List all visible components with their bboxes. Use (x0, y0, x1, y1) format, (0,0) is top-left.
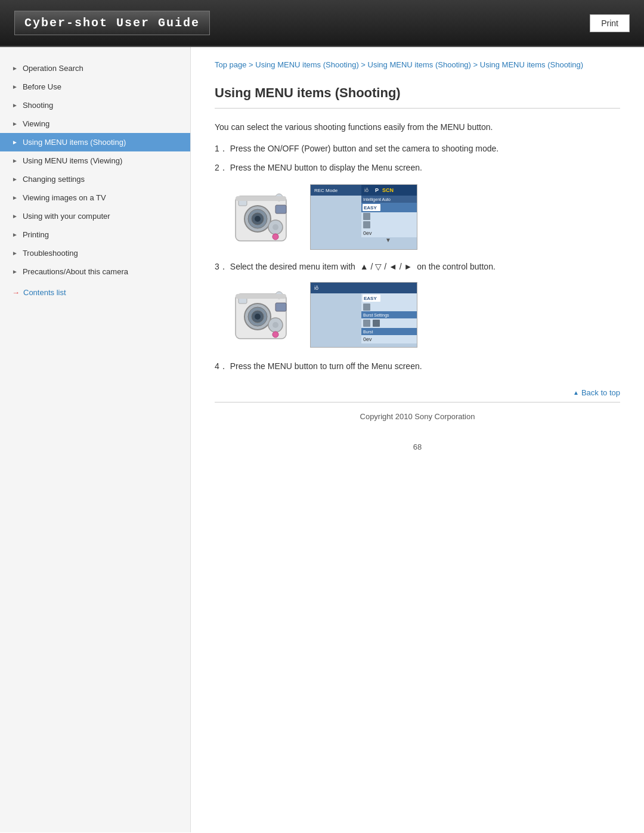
sidebar-item-troubleshooting[interactable]: ► Troubleshooting (0, 244, 190, 262)
svg-rect-11 (236, 196, 286, 201)
sidebar-label: Using MENU items (Shooting) (23, 138, 126, 147)
camera-illustration-2: iô EASY Burst Settings (233, 282, 620, 348)
svg-rect-45 (311, 283, 417, 293)
arrow-icon: ► (12, 231, 18, 238)
svg-text:SCN: SCN (382, 187, 394, 193)
sidebar-label: Viewing images on a TV (23, 193, 106, 202)
step-4-text: Press the MENU button to turn off the Me… (230, 361, 422, 371)
arrow-icon: ► (12, 120, 18, 127)
svg-rect-56 (363, 320, 370, 327)
sidebar-item-printing[interactable]: ► Printing (0, 225, 190, 244)
step-3-controls: ▲ / ▽ / ◄ / ► (358, 262, 414, 271)
sidebar-item-using-menu-shooting[interactable]: ► Using MENU items (Shooting) (0, 133, 190, 151)
svg-rect-52 (363, 304, 370, 311)
breadcrumb-top[interactable]: Top page (215, 60, 247, 69)
svg-rect-21 (311, 196, 361, 250)
breadcrumb-3[interactable]: Using MENU items (Shooting) (480, 60, 583, 69)
breadcrumb: Top page > Using MENU items (Shooting) >… (215, 59, 620, 71)
svg-rect-26 (363, 213, 370, 220)
svg-point-8 (273, 224, 278, 230)
contents-list-link[interactable]: → Contents list (0, 281, 190, 299)
arrow-icon: ► (12, 194, 18, 201)
svg-text:iô: iô (314, 285, 318, 291)
sidebar-label: Operation Search (23, 64, 83, 73)
svg-point-40 (273, 322, 278, 328)
camera-image-2 (233, 282, 304, 348)
step-4: 4． Press the MENU button to turn off the… (215, 360, 620, 373)
svg-text:Burst Settings: Burst Settings (363, 313, 389, 318)
back-to-top-link[interactable]: ▲ Back to top (573, 388, 620, 397)
svg-rect-42 (275, 303, 286, 311)
arrow-icon: ► (12, 250, 18, 256)
triangle-icon: ▲ (573, 389, 579, 396)
sidebar-label: Before Use (23, 82, 61, 91)
arrow-icon: ► (12, 102, 18, 109)
arrow-icon: ► (12, 83, 18, 90)
intro-text: You can select the various shooting func… (215, 120, 620, 134)
arrow-icon: ► (12, 176, 18, 182)
arrow-icon: ► (12, 157, 18, 164)
sidebar-label: Changing settings (23, 175, 85, 184)
sidebar-item-before-use[interactable]: ► Before Use (0, 78, 190, 96)
back-to-top-row: ▲ Back to top (215, 379, 620, 402)
arrow-icon: ► (12, 139, 18, 145)
breadcrumb-1[interactable]: Using MENU items (Shooting) (255, 60, 358, 69)
svg-text:EASY: EASY (364, 296, 377, 301)
sidebar-item-changing-settings[interactable]: ► Changing settings (0, 170, 190, 188)
svg-rect-10 (275, 205, 286, 213)
svg-text:Intelligent Auto: Intelligent Auto (363, 197, 391, 202)
sidebar-label: Using MENU items (Viewing) (23, 156, 122, 165)
svg-text:0ev: 0ev (363, 230, 372, 236)
svg-text:P: P (375, 187, 379, 193)
svg-point-41 (273, 332, 278, 337)
arrow-icon: ► (12, 65, 18, 72)
step-3-suffix: on the control button. (417, 262, 496, 271)
step-1: 1． Press the ON/OFF (Power) button and s… (215, 142, 620, 155)
contents-list-label: Contents list (23, 288, 66, 297)
step-1-number: 1． (215, 144, 228, 153)
sidebar-label: Using with your computer (23, 212, 110, 221)
step-1-text: Press the ON/OFF (Power) button and set … (230, 144, 499, 153)
breadcrumb-2[interactable]: Using MENU items (Shooting) (368, 60, 471, 69)
sidebar-label: Shooting (23, 101, 53, 110)
menu-screen-svg-2: iô EASY Burst Settings (311, 283, 417, 348)
svg-text:iô: iô (364, 187, 369, 193)
svg-text:▼: ▼ (385, 237, 391, 243)
page-title: Using MENU items (Shooting) (215, 85, 620, 109)
step-4-number: 4． (215, 361, 228, 371)
menu-screen-1: REC Mode iô P SCN Intelligent Auto EASY (310, 184, 417, 250)
sidebar-item-viewing-tv[interactable]: ► Viewing images on a TV (0, 188, 190, 207)
print-button[interactable]: Print (590, 14, 630, 32)
sidebar-label: Viewing (23, 119, 49, 128)
svg-point-9 (273, 234, 278, 240)
svg-text:0ev: 0ev (363, 336, 372, 342)
sidebar-item-using-menu-viewing[interactable]: ► Using MENU items (Viewing) (0, 151, 190, 170)
sidebar-item-viewing[interactable]: ► Viewing (0, 114, 190, 133)
sidebar-item-precautions[interactable]: ► Precautions/About this camera (0, 262, 190, 281)
step-2-number: 2． (215, 163, 228, 172)
svg-point-36 (255, 314, 261, 320)
main-layout: ► Operation Search ► Before Use ► Shooti… (0, 47, 644, 832)
svg-rect-43 (236, 294, 286, 299)
back-to-top-label: Back to top (581, 388, 620, 397)
sidebar: ► Operation Search ► Before Use ► Shooti… (0, 47, 191, 832)
step-3: 3． Select the desired menu item with ▲ /… (215, 262, 620, 272)
sidebar-item-using-computer[interactable]: ► Using with your computer (0, 207, 190, 225)
svg-rect-47 (311, 293, 361, 348)
svg-rect-28 (363, 221, 370, 228)
svg-rect-57 (373, 320, 380, 327)
svg-text:EASY: EASY (364, 205, 377, 210)
menu-screen-svg-1: REC Mode iô P SCN Intelligent Auto EASY (311, 185, 417, 250)
step-2: 2． Press the MENU button to display the … (215, 161, 620, 174)
site-title: Cyber-shot User Guide (14, 11, 210, 35)
sidebar-item-operation-search[interactable]: ► Operation Search (0, 59, 190, 78)
camera-image-1 (233, 184, 304, 250)
menu-screen-2: iô EASY Burst Settings (310, 282, 417, 348)
page-number: 68 (215, 442, 620, 451)
svg-text:Burst: Burst (363, 330, 373, 334)
sidebar-label: Precautions/About this camera (23, 267, 128, 276)
sidebar-label: Printing (23, 230, 49, 239)
sidebar-item-shooting[interactable]: ► Shooting (0, 96, 190, 114)
svg-point-4 (255, 216, 261, 222)
camera-illustration-1: REC Mode iô P SCN Intelligent Auto EASY (233, 184, 620, 250)
